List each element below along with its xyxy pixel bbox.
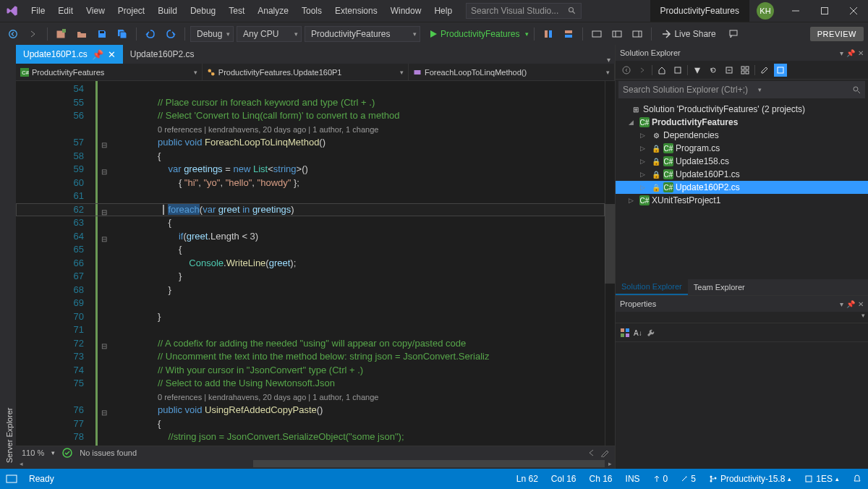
- tool-icon-3[interactable]: [588, 25, 605, 43]
- pin-icon[interactable]: 📌: [92, 49, 103, 60]
- nav-type-combo[interactable]: ProductivityFeatures.Update160P1: [203, 64, 409, 80]
- status-branch[interactable]: Productivity-15.8▴: [709, 474, 791, 484]
- menu-file[interactable]: File: [25, 0, 51, 22]
- status-repo[interactable]: 1ES▴: [804, 474, 839, 484]
- panel-close-icon[interactable]: ✕: [858, 49, 864, 57]
- menu-extensions[interactable]: Extensions: [328, 0, 384, 22]
- live-share-button[interactable]: Live Share: [661, 29, 715, 39]
- menu-view[interactable]: View: [80, 0, 111, 22]
- se-preview-icon[interactable]: [774, 64, 787, 77]
- tree-file-node[interactable]: ▷🔒C#Update160P1.cs: [616, 168, 868, 181]
- props-categorized-icon[interactable]: [620, 328, 630, 338]
- tool-icon-2[interactable]: [560, 25, 577, 43]
- status-col[interactable]: Col 16: [551, 474, 576, 484]
- start-debug-button[interactable]: ProductivityFeatures ▾: [429, 29, 529, 39]
- nav-member-combo[interactable]: ForeachLoopToLinqMethod(): [409, 64, 615, 80]
- vertical-scrollbar[interactable]: [605, 81, 615, 446]
- tool-icon-4[interactable]: [608, 25, 626, 43]
- tool-icon-5[interactable]: [629, 25, 646, 43]
- se-collapse-icon[interactable]: [723, 64, 736, 77]
- props-wrench-icon[interactable]: [646, 328, 656, 338]
- undo-button[interactable]: [142, 25, 159, 43]
- output-icon[interactable]: [6, 473, 17, 485]
- code-editor[interactable]: 54555657⊟5859⊟606162⊟6364⊟65666768697071…: [16, 81, 615, 446]
- status-ins[interactable]: INS: [626, 474, 640, 484]
- se-showall-icon[interactable]: [739, 64, 752, 77]
- open-file-button[interactable]: [73, 25, 90, 43]
- close-button[interactable]: [839, 0, 868, 22]
- zoom-level[interactable]: 110 %: [22, 448, 44, 457]
- scroll-left-arrow[interactable]: ◂: [16, 459, 26, 469]
- tool-icon-1[interactable]: [540, 25, 557, 43]
- solution-tree[interactable]: ⊞Solution 'ProductivityFeatures' (2 proj…: [616, 100, 868, 279]
- se-refresh-icon[interactable]: [707, 64, 720, 77]
- tree-file-node[interactable]: ▷🔒C#Update158.cs: [616, 155, 868, 168]
- scroll-thumb[interactable]: [605, 204, 615, 284]
- user-avatar[interactable]: KH: [757, 2, 774, 20]
- preview-badge[interactable]: PREVIEW: [810, 27, 864, 41]
- tree-file-node[interactable]: ▷🔒C#Update160P2.cs: [616, 181, 868, 194]
- menu-window[interactable]: Window: [384, 0, 428, 22]
- panel-dropdown-icon[interactable]: ▾: [840, 300, 843, 308]
- fold-icon[interactable]: ⊟: [101, 166, 107, 179]
- menu-build[interactable]: Build: [151, 0, 184, 22]
- se-sync-icon[interactable]: [671, 64, 684, 77]
- menu-debug[interactable]: Debug: [184, 0, 222, 22]
- se-back-icon[interactable]: [620, 64, 633, 77]
- status-ch[interactable]: Ch 16: [590, 474, 613, 484]
- scroll-right-arrow[interactable]: ▸: [605, 459, 615, 469]
- se-properties-icon[interactable]: [758, 64, 771, 77]
- server-explorer-tab[interactable]: Server Explorer: [3, 45, 16, 469]
- menu-analyze[interactable]: Analyze: [251, 0, 295, 22]
- se-filter-icon[interactable]: ▾: [691, 64, 704, 77]
- panel-close-icon[interactable]: ✕: [858, 300, 864, 308]
- config-combo[interactable]: Debug: [190, 26, 234, 42]
- pin-icon[interactable]: 📌: [846, 49, 855, 57]
- props-alpha-icon[interactable]: A↓: [633, 328, 643, 338]
- doc-tab[interactable]: Update160P2.cs: [123, 45, 202, 64]
- panel-dropdown-icon[interactable]: ▾: [840, 49, 843, 57]
- tree-solution-node[interactable]: ⊞Solution 'ProductivityFeatures' (2 proj…: [616, 103, 868, 116]
- toolbox-tab[interactable]: Toolbox: [0, 45, 3, 469]
- new-project-button[interactable]: [53, 25, 70, 43]
- pen-icon[interactable]: [600, 448, 609, 457]
- redo-button[interactable]: [162, 25, 179, 43]
- fold-icon[interactable]: ⊟: [101, 407, 107, 420]
- menu-help[interactable]: Help: [427, 0, 459, 22]
- nav-fwd-button[interactable]: [25, 25, 42, 43]
- solution-explorer-tab[interactable]: Solution Explorer: [616, 279, 688, 295]
- se-fwd-icon[interactable]: [636, 64, 649, 77]
- tree-deps-node[interactable]: ▷⚙Dependencies: [616, 129, 868, 142]
- status-changes[interactable]: 5: [681, 474, 696, 484]
- menu-tools[interactable]: Tools: [295, 0, 328, 22]
- tree-project-node[interactable]: ◢C#ProductivityFeatures: [616, 116, 868, 129]
- notifications-icon[interactable]: [852, 474, 862, 484]
- platform-combo[interactable]: Any CPU: [237, 26, 302, 42]
- save-all-button[interactable]: [114, 25, 131, 43]
- nav-scope-combo[interactable]: C# ProductivityFeatures: [16, 64, 203, 80]
- solution-explorer-search[interactable]: Search Solution Explorer (Ctrl+;) ▾: [618, 81, 865, 98]
- fold-icon[interactable]: ⊟: [101, 139, 107, 153]
- horizontal-scrollbar[interactable]: ◂ ▸: [16, 459, 615, 469]
- menu-edit[interactable]: Edit: [51, 0, 80, 22]
- fold-icon[interactable]: ⊟: [101, 233, 107, 247]
- hscroll-thumb[interactable]: [253, 460, 605, 467]
- startup-combo[interactable]: ProductivityFeatures: [305, 26, 420, 42]
- search-vs-input[interactable]: Search Visual Studio...: [466, 3, 582, 19]
- close-tab-icon[interactable]: ✕: [108, 49, 116, 60]
- status-line[interactable]: Ln 62: [516, 474, 538, 484]
- nav-back-button[interactable]: [4, 25, 22, 43]
- doc-tab[interactable]: Update160P1.cs📌✕: [16, 45, 123, 64]
- se-home-icon[interactable]: [655, 64, 668, 77]
- status-commits-up[interactable]: 0: [653, 474, 668, 484]
- tree-file-node[interactable]: ▷🔒C#Program.cs: [616, 142, 868, 155]
- nav-prev-icon[interactable]: [587, 448, 596, 457]
- team-explorer-tab[interactable]: Team Explorer: [688, 279, 751, 295]
- maximize-button[interactable]: [810, 0, 839, 22]
- menu-test[interactable]: Test: [222, 0, 251, 22]
- tab-overflow-icon[interactable]: ▾: [603, 56, 615, 64]
- save-button[interactable]: [93, 25, 111, 43]
- tree-project2-node[interactable]: ▷C#XUnitTestProject1: [616, 194, 868, 207]
- menu-project[interactable]: Project: [111, 0, 151, 22]
- fold-icon[interactable]: ⊟: [101, 340, 107, 354]
